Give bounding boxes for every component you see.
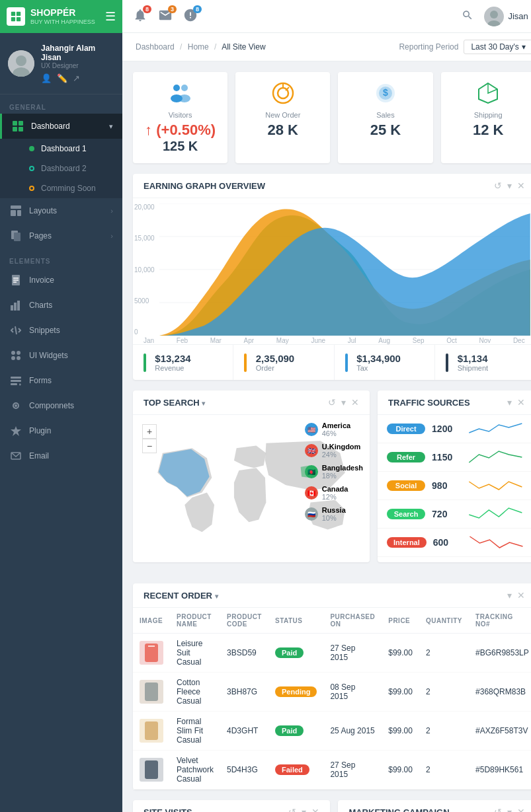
badge-direct: Direct — [387, 424, 425, 434]
bottom-panels: SITE VISITS ↺ ▾ ✕ New Visitors — [133, 800, 531, 812]
comming-soon-label: Comming Soon — [41, 184, 96, 193]
svg-rect-20 — [11, 305, 13, 311]
dot-dashboard1 — [29, 146, 34, 151]
period-dropdown[interactable]: Last 30 Day's ▾ — [464, 40, 531, 54]
earning-close-icon[interactable]: ✕ — [517, 180, 525, 191]
search-close-icon[interactable]: ✕ — [351, 397, 359, 408]
sv-close-icon[interactable]: ✕ — [311, 807, 319, 812]
svg-point-42 — [179, 94, 190, 102]
site-visits-header: SITE VISITS ↺ ▾ ✕ — [133, 800, 330, 812]
mc-close-icon[interactable]: ✕ — [517, 807, 525, 812]
qty-1: 2 — [419, 634, 469, 673]
price-4: $99.00 — [382, 751, 419, 790]
y-10000: 10,000 — [134, 266, 155, 274]
mail-notification[interactable]: 3 — [158, 8, 173, 24]
nav-item-pages[interactable]: Pages › — [0, 223, 122, 248]
svg-rect-8 — [19, 121, 23, 126]
earning-graph-actions: ↺ ▾ ✕ — [494, 180, 525, 191]
svg-rect-12 — [11, 210, 16, 216]
mc-refresh-icon[interactable]: ↺ — [494, 807, 502, 812]
stat-visitors: Visitors ↑ (+0.50%) 125 K — [133, 72, 227, 163]
tracking-1: #BG6R9853LP — [469, 634, 531, 673]
section-general: GENERAL — [0, 94, 122, 114]
stat-cards: Visitors ↑ (+0.50%) 125 K New Order — [133, 72, 531, 163]
order-label: New Order — [246, 111, 319, 119]
badge-social: Social — [387, 480, 425, 491]
menu-toggle[interactable]: ☰ — [105, 9, 116, 24]
mc-collapse-icon[interactable]: ▾ — [507, 807, 512, 812]
svg-point-39 — [173, 85, 180, 91]
count-refer: 1150 — [432, 452, 458, 462]
user-share-icon[interactable]: ↗ — [73, 73, 80, 83]
forms-icon — [9, 374, 22, 387]
sv-collapse-icon[interactable]: ▾ — [302, 807, 306, 812]
sidebar-item-dashboard2[interactable]: Dashboard 2 — [0, 159, 122, 178]
search-refresh-icon[interactable]: ↺ — [328, 397, 336, 408]
topnav-right: Jisan ▾ — [462, 7, 531, 26]
user-edit-icon[interactable]: 👤 — [41, 73, 52, 83]
traffic-close-icon[interactable]: ✕ — [517, 397, 525, 408]
breadcrumb-home[interactable]: Home — [188, 42, 209, 52]
nav-item-dashboard[interactable]: Dashboard ▾ — [0, 114, 122, 139]
map-zoom-in[interactable]: + — [142, 424, 157, 439]
user-menu[interactable]: Jisan ▾ — [484, 7, 531, 26]
svg-point-37 — [490, 11, 498, 18]
user-settings-icon[interactable]: ✏️ — [57, 73, 67, 83]
y-20000: 20,000 — [134, 203, 155, 211]
earning-collapse-icon[interactable]: ▾ — [507, 180, 512, 191]
shipping-label: Shipping — [452, 111, 525, 119]
legend-russia: 🇷🇺 Russia10% — [305, 506, 363, 522]
nav-item-plugin[interactable]: Plugin — [0, 418, 122, 443]
orders-title-arrow: ▾ — [215, 593, 218, 600]
marketing-actions: ↺ ▾ ✕ — [494, 807, 525, 812]
breadcrumb-dashboard[interactable]: Dashboard — [136, 42, 175, 52]
site-visits-actions: ↺ ▾ ✕ — [288, 807, 319, 812]
traffic-header: TRAFFIC SOURCES ▾ ✕ — [378, 390, 531, 415]
svg-point-26 — [11, 356, 15, 360]
earning-tax: $1,34,900 Tax — [335, 345, 435, 380]
bell-notification[interactable]: 8 — [133, 8, 147, 24]
snippets-icon — [9, 324, 22, 337]
price-2: $99.00 — [382, 673, 419, 712]
nav-item-layouts[interactable]: Layouts › — [0, 198, 122, 223]
nav-item-components[interactable]: Componnets — [0, 393, 122, 418]
product-code-1: 3BSD59 — [220, 634, 268, 673]
topnav-username: Jisan — [508, 11, 528, 21]
site-visits-panel: SITE VISITS ↺ ▾ ✕ New Visitors — [133, 800, 330, 812]
product-name-3: Formal Slim Fit Casual — [170, 712, 220, 751]
sidebar-item-comming-soon[interactable]: Comming Soon — [0, 178, 122, 198]
shipment-bar — [446, 353, 448, 372]
sparkline-internal — [466, 533, 526, 552]
map-zoom-out[interactable]: − — [142, 439, 157, 453]
nav-item-ui-widgets[interactable]: UI Widgets — [0, 343, 122, 368]
search-collapse-icon[interactable]: ▾ — [341, 397, 346, 408]
nav-item-snippets[interactable]: Snippets — [0, 318, 122, 343]
legend-ukingdom: 🇬🇧 U.Kingdom24% — [305, 443, 363, 459]
topnav-avatar — [484, 7, 504, 26]
svg-rect-21 — [14, 303, 17, 311]
bell-badge: 8 — [143, 5, 151, 13]
traffic-collapse-icon[interactable]: ▾ — [507, 397, 512, 408]
shipment-label: Shipment — [458, 364, 488, 372]
nav-label-layouts: Layouts — [29, 206, 110, 215]
widgets-icon — [9, 349, 22, 362]
alert-notification[interactable]: 8 — [183, 8, 198, 24]
mail-badge: 3 — [168, 5, 177, 13]
date-2: 08 Sep 2015 — [323, 673, 382, 712]
nav-item-forms[interactable]: Forms — [0, 368, 122, 393]
col-status: STATUS — [268, 608, 323, 634]
nav-item-email[interactable]: Email — [0, 443, 122, 468]
sidebar-item-dashboard1[interactable]: Dashboard 1 — [0, 139, 122, 159]
sv-refresh-icon[interactable]: ↺ — [288, 807, 296, 812]
earning-graph-panel: EARNING GRAPH OVERVIEW ↺ ▾ ✕ 20,000 15,0… — [133, 174, 531, 380]
app-name: SHOPPÉR — [30, 8, 95, 18]
search-button[interactable] — [462, 9, 473, 23]
earning-refresh-icon[interactable]: ↺ — [494, 180, 502, 191]
sales-value: 25 K — [348, 122, 422, 139]
orders-collapse-icon[interactable]: ▾ — [507, 590, 512, 601]
nav-item-invoice[interactable]: Invoice — [0, 268, 122, 293]
orders-close-icon[interactable]: ✕ — [517, 590, 525, 601]
product-code-2: 3BH87G — [220, 673, 268, 712]
nav-item-charts[interactable]: Charts — [0, 293, 122, 318]
stat-shipping: Shipping 12 K — [441, 72, 531, 163]
